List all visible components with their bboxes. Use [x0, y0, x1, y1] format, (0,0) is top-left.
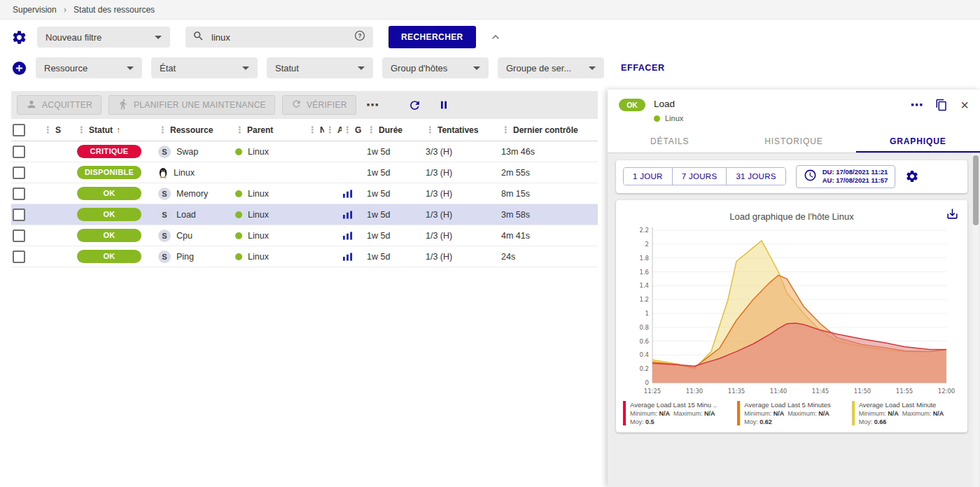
- column-menu-icon[interactable]: ⋮: [367, 125, 376, 135]
- legend-item[interactable]: Average Load Last MinuteMinimum: N/A Max…: [852, 401, 960, 425]
- column-menu-icon[interactable]: ⋮: [326, 125, 335, 135]
- resource-name[interactable]: Memory: [176, 189, 208, 199]
- column-menu-icon[interactable]: ⋮: [43, 125, 52, 135]
- graph-available-icon[interactable]: [343, 190, 352, 198]
- more-actions-button[interactable]: ⋯: [363, 101, 382, 108]
- graph-available-icon[interactable]: [343, 253, 352, 261]
- filter-criteria-select[interactable]: État: [151, 57, 258, 78]
- parent-name[interactable]: Linux: [248, 210, 269, 220]
- panel-scrollbar[interactable]: [973, 153, 979, 487]
- tab-graphique[interactable]: GRAPHIQUE: [856, 129, 980, 153]
- row-checkbox[interactable]: [13, 250, 25, 263]
- collapse-filters-chevron-up-icon[interactable]: [489, 30, 503, 44]
- panel-body: 1 JOUR7 JOURS31 JOURS DU: 17/08/2021 11:…: [608, 153, 980, 487]
- search-input[interactable]: [210, 31, 348, 43]
- load-area-chart[interactable]: 00.20.40.60.811.21.41.61.822.211:2511:30…: [627, 223, 956, 398]
- column-menu-icon[interactable]: ⋮: [77, 125, 86, 135]
- row-checkbox[interactable]: [13, 146, 25, 158]
- legend-item[interactable]: Average Load Last 5 MinutesMinimum: N/A …: [737, 401, 846, 425]
- resource-name[interactable]: Cpu: [176, 231, 192, 241]
- column-header-statut[interactable]: ⋮Statut↑: [76, 119, 157, 141]
- parent-status-dot: [235, 232, 242, 239]
- acknowledge-button[interactable]: ACQUITTER: [17, 95, 102, 115]
- svg-text:0.8: 0.8: [639, 323, 649, 330]
- resources-table: ⋮S⋮Statut↑⋮Ressource⋮Parent⋮N⋮A⋮G⋮Durée⋮…: [11, 119, 598, 267]
- breadcrumb: Supervision › Statut des ressources: [0, 0, 980, 20]
- graph-available-icon[interactable]: [343, 232, 352, 240]
- filter-criteria-select[interactable]: Ressource: [36, 57, 142, 78]
- row-checkbox[interactable]: [13, 167, 25, 179]
- filter-criteria-select[interactable]: Group d'hôtes: [382, 57, 489, 78]
- service-icon: S: [158, 250, 171, 263]
- breadcrumb-section[interactable]: Supervision: [13, 5, 57, 15]
- row-checkbox[interactable]: [13, 209, 25, 221]
- column-header-ressource[interactable]: ⋮Ressource: [157, 119, 234, 141]
- column-header-g[interactable]: ⋮G: [342, 119, 365, 141]
- details-panel: OK Load Linux ⋯ × DÉTAILSHISTORIQUEGRAPH…: [608, 90, 980, 487]
- column-menu-icon[interactable]: ⋮: [235, 125, 244, 135]
- copy-link-icon[interactable]: [935, 99, 948, 111]
- add-criteria-plus-icon[interactable]: [11, 60, 27, 76]
- export-graph-download-icon[interactable]: [946, 207, 959, 223]
- period-to-label: AU:: [822, 176, 834, 184]
- column-header-n[interactable]: ⋮N: [307, 119, 324, 141]
- search-help-icon[interactable]: ?: [354, 29, 366, 45]
- panel-more-actions-icon[interactable]: ⋯: [910, 101, 923, 109]
- parent-name[interactable]: Linux: [248, 147, 269, 157]
- downtime-button[interactable]: PLANIFIER UNE MAINTENANCE: [108, 95, 275, 115]
- legend-item[interactable]: Average Load Last 15 Minu ..Minimum: N/A…: [623, 401, 732, 425]
- range-button-1-jour[interactable]: 1 JOUR: [624, 168, 672, 185]
- column-header-s[interactable]: ⋮S: [42, 119, 76, 141]
- column-menu-icon[interactable]: ⋮: [501, 125, 510, 135]
- select-all-checkbox[interactable]: [13, 124, 25, 136]
- column-menu-icon[interactable]: ⋮: [426, 125, 435, 135]
- row-checkbox[interactable]: [13, 230, 25, 242]
- table-row-load[interactable]: OKSLoadLinux1w 5d1/3 (H)3m 58s: [11, 204, 598, 225]
- tab-details[interactable]: DÉTAILS: [608, 129, 732, 153]
- table-row-cpu[interactable]: OKSCpuLinux1w 5d1/3 (H)4m 41s: [11, 225, 598, 246]
- tab-historique[interactable]: HISTORIQUE: [732, 129, 855, 153]
- search-box[interactable]: ?: [186, 27, 373, 48]
- graph-available-icon[interactable]: [343, 211, 352, 219]
- column-header-dernier[interactable]: ⋮Dernier contrôle: [500, 119, 598, 141]
- column-header-a[interactable]: ⋮A: [324, 119, 342, 141]
- svg-text:1.8: 1.8: [639, 254, 649, 261]
- table-row-linux[interactable]: DISPONIBLELinux1w 5d1/3 (H)2m 55s: [11, 162, 598, 183]
- chevron-down-icon: [473, 66, 480, 70]
- column-menu-icon[interactable]: ⋮: [308, 125, 317, 135]
- range-button-31-jours[interactable]: 31 JOURS: [726, 168, 785, 185]
- parent-name[interactable]: Linux: [248, 252, 269, 262]
- parent-name[interactable]: Linux: [248, 189, 269, 199]
- row-checkbox[interactable]: [13, 188, 25, 200]
- table-row-ping[interactable]: OKSPingLinux1w 5d1/3 (H)24s: [11, 246, 598, 267]
- pause-autorefresh-icon[interactable]: [438, 99, 449, 111]
- panel-scrollbar-thumb[interactable]: [973, 155, 979, 225]
- resource-name[interactable]: Load: [176, 210, 196, 220]
- column-menu-icon[interactable]: ⋮: [343, 125, 352, 135]
- table-row-memory[interactable]: OKSMemoryLinux1w 5d1/3 (H)8m 15s: [11, 183, 598, 204]
- range-button-7-jours[interactable]: 7 JOURS: [672, 168, 727, 185]
- filter-criteria-select[interactable]: Statut: [267, 57, 373, 78]
- close-panel-icon[interactable]: ×: [960, 99, 969, 111]
- resource-name[interactable]: Swap: [176, 147, 198, 157]
- duration-cell: 1w 5d: [365, 204, 424, 225]
- service-icon: S: [158, 188, 171, 200]
- saved-filter-select[interactable]: Nouveau filtre: [37, 27, 170, 48]
- clear-filters-link[interactable]: EFFACER: [621, 63, 665, 73]
- column-header-tentatives[interactable]: ⋮Tentatives: [424, 119, 500, 141]
- column-header-parent[interactable]: ⋮Parent: [234, 119, 307, 141]
- column-header-duree[interactable]: ⋮Durée: [365, 119, 424, 141]
- filter-criteria-select[interactable]: Groupe de ser...: [498, 57, 604, 78]
- status-badge: CRITIQUE: [77, 145, 141, 158]
- filter-settings-gear-icon[interactable]: [11, 29, 27, 45]
- refresh-list-icon[interactable]: [408, 99, 421, 112]
- parent-name[interactable]: Linux: [248, 231, 269, 241]
- check-button[interactable]: VÉRIFIER: [282, 95, 356, 115]
- custom-period-box[interactable]: DU: 17/08/2021 11:21 AU: 17/08/2021 11:5…: [796, 165, 896, 188]
- table-row-swap[interactable]: CRITIQUESSwapLinux1w 5d3/3 (H)13m 46s: [11, 141, 598, 162]
- search-button[interactable]: RECHERCHER: [388, 26, 476, 48]
- resource-name[interactable]: Linux: [174, 168, 195, 178]
- column-menu-icon[interactable]: ⋮: [158, 125, 167, 135]
- graph-settings-gear-icon[interactable]: [905, 169, 919, 183]
- resource-name[interactable]: Ping: [176, 252, 194, 262]
